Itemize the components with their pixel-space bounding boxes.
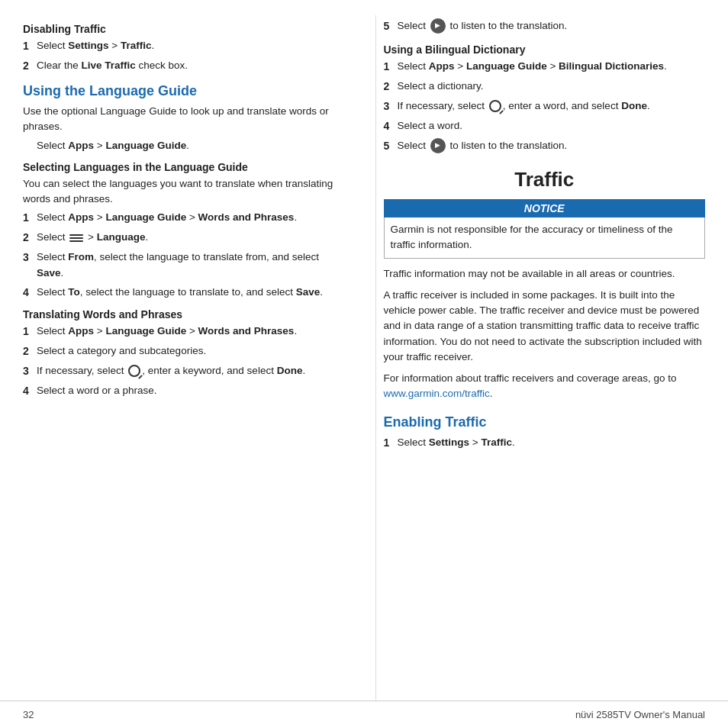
list-item: 2 Select a dictionary.	[384, 79, 706, 95]
translating-words-section: Translating Words and Phrases 1 Select A…	[23, 308, 345, 399]
traffic-link[interactable]: www.garmin.com/traffic	[384, 388, 490, 399]
list-item: 1 Select Settings > Traffic.	[23, 38, 345, 54]
selecting-languages-section: Selecting Languages in the Language Guid…	[23, 161, 345, 301]
search-icon	[489, 100, 501, 112]
list-item: 1 Select Apps > Language Guide > Bilingu…	[384, 59, 706, 75]
right-column: 5 Select to listen to the translation. U…	[375, 15, 706, 701]
notice-content: Garmin is not responsible for the accura…	[384, 217, 706, 259]
left-column: Disabling Traffic 1 Select Settings > Tr…	[23, 15, 353, 701]
notice-label: NOTICE	[384, 199, 706, 217]
list-item: 4 Select a word.	[384, 118, 706, 134]
enabling-traffic-heading: Enabling Traffic	[384, 414, 706, 430]
content-area: Disabling Traffic 1 Select Settings > Tr…	[0, 0, 728, 701]
page: Disabling Traffic 1 Select Settings > Tr…	[0, 0, 728, 728]
selecting-languages-heading: Selecting Languages in the Language Guid…	[23, 161, 345, 173]
step5-list: 5 Select to listen to the translation.	[384, 18, 706, 34]
selecting-languages-list: 1 Select Apps > Language Guide > Words a…	[23, 210, 345, 301]
list-item: 2 Select > Language.	[23, 230, 345, 246]
list-item: 5 Select to listen to the translation.	[384, 18, 706, 34]
page-number: 32	[23, 709, 34, 720]
traffic-main-heading: Traffic	[384, 168, 706, 192]
list-item: 3 If necessary, select , enter a word, a…	[384, 98, 706, 114]
list-item: 4 Select a word or a phrase.	[23, 383, 345, 399]
disabling-traffic-list: 1 Select Settings > Traffic. 2 Clear the…	[23, 38, 345, 74]
speaker-icon	[430, 138, 446, 153]
traffic-para3: For information about traffic receivers …	[384, 371, 706, 402]
traffic-para1: Traffic information may not be available…	[384, 266, 706, 282]
using-language-guide-heading: Using the Language Guide	[23, 83, 345, 99]
list-item: 3 Select From, select the language to tr…	[23, 250, 345, 281]
traffic-para3-end: .	[490, 388, 493, 399]
enabling-traffic-list: 1 Select Settings > Traffic.	[384, 435, 706, 451]
manual-title: nüvi 2585TV Owner's Manual	[575, 709, 705, 720]
traffic-para3-before: For information about traffic receivers …	[384, 372, 677, 384]
selecting-languages-intro: You can select the languages you want to…	[23, 176, 345, 208]
footer: 32 nüvi 2585TV Owner's Manual	[0, 701, 728, 728]
list-item: 1 Select Settings > Traffic.	[384, 435, 706, 451]
using-language-guide-intro: Use the optional Language Guide to look …	[23, 104, 345, 135]
using-language-guide-section: Using the Language Guide Use the optiona…	[23, 83, 345, 153]
list-item: 3 If necessary, select , enter a keyword…	[23, 363, 345, 379]
translating-words-list: 1 Select Apps > Language Guide > Words a…	[23, 324, 345, 399]
using-language-guide-indent: Select Apps > Language Guide.	[37, 138, 345, 153]
translating-words-heading: Translating Words and Phrases	[23, 308, 345, 321]
traffic-section: Traffic NOTICE Garmin is not responsible…	[384, 168, 706, 402]
list-item: 2 Select a category and subcategories.	[23, 343, 345, 359]
traffic-para2: A traffic receiver is included in some p…	[384, 288, 706, 365]
list-item: 2 Clear the Live Traffic check box.	[23, 58, 345, 74]
search-icon	[128, 365, 140, 377]
bilingual-list: 1 Select Apps > Language Guide > Bilingu…	[384, 59, 706, 154]
list-item: 1 Select Apps > Language Guide > Words a…	[23, 324, 345, 340]
disabling-traffic-heading: Disabling Traffic	[23, 23, 345, 35]
disabling-traffic-section: Disabling Traffic 1 Select Settings > Tr…	[23, 23, 345, 74]
bilingual-dictionary-section: Using a Bilingual Dictionary 1 Select Ap…	[384, 43, 706, 154]
bilingual-heading: Using a Bilingual Dictionary	[384, 43, 706, 56]
speaker-icon	[430, 18, 446, 34]
enabling-traffic-section: Enabling Traffic 1 Select Settings > Tra…	[384, 414, 706, 451]
list-item: 1 Select Apps > Language Guide > Words a…	[23, 210, 345, 226]
menu-icon	[69, 233, 83, 243]
list-item: 5 Select to listen to the translation.	[384, 138, 706, 154]
list-item: 4 Select To, select the language to tran…	[23, 285, 345, 301]
